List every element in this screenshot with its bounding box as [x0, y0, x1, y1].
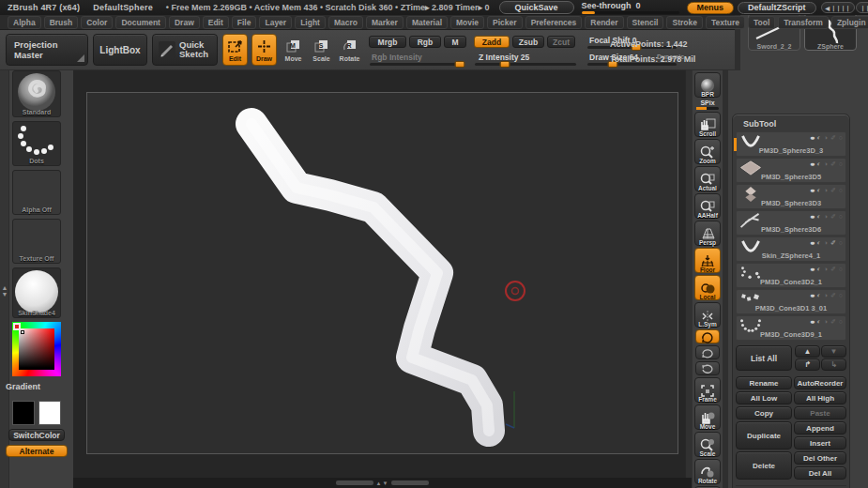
polypaint-brush-icon[interactable]: ✐ — [830, 292, 836, 298]
shelf-rotz-button[interactable] — [695, 361, 720, 375]
subtool-row[interactable]: ●●◐◑✐○PM3D_Sphere3D5 — [736, 158, 846, 183]
rgb-intensity-handle[interactable] — [455, 61, 465, 68]
shelf-rotate-button[interactable]: Rotate — [694, 459, 721, 484]
visibility-eye-icon[interactable]: ●● — [810, 318, 812, 325]
shelf-zoom-button[interactable]: Zoom — [694, 139, 721, 164]
menu-marker[interactable]: Marker — [366, 16, 404, 29]
lightbox-button[interactable]: LightBox — [93, 34, 147, 66]
menu-preferences[interactable]: Preferences — [525, 16, 583, 29]
subtool-shift-down-button[interactable]: ↳ — [821, 358, 846, 371]
solo-icon[interactable]: ◐ — [816, 239, 820, 246]
scroll-left-button[interactable]: ◀ ❘❘❘❘ — [821, 2, 855, 13]
menu-tool[interactable]: Tool — [748, 16, 775, 29]
all-low-button[interactable]: All Low — [736, 391, 792, 404]
scroll-right-button[interactable]: ❘❘❘❘ ▶ — [856, 2, 868, 13]
shelf-roty-button[interactable] — [695, 345, 720, 359]
copy-button[interactable]: Copy — [736, 406, 792, 419]
delete-button[interactable]: Delete — [736, 451, 792, 480]
polypaint-brush-icon[interactable]: ✐ — [830, 239, 836, 246]
shelf-scale-button[interactable]: Scale — [694, 432, 721, 457]
scrollbar-arrows[interactable]: ▲▼ — [376, 480, 389, 486]
spix-slider[interactable] — [696, 107, 719, 110]
z-intensity-handle[interactable] — [500, 61, 510, 68]
menu-layer[interactable]: Layer — [259, 16, 292, 29]
texture-thumbnail[interactable]: Texture Off — [12, 219, 61, 264]
solo-icon[interactable]: ◐ — [816, 292, 820, 298]
half-visible-icon[interactable]: ◑ — [824, 266, 828, 272]
menu-edit[interactable]: Edit — [203, 16, 229, 29]
color-picker[interactable] — [12, 322, 61, 376]
alternate-button[interactable]: Alternate — [6, 445, 68, 457]
subtool-row[interactable]: ●●◐◑✐○PM3D_Cone3D2_1 — [736, 263, 846, 288]
shelf-lsym-button[interactable]: L.Sym — [694, 302, 721, 328]
append-button[interactable]: Append — [794, 421, 846, 435]
solo-icon[interactable]: ◐ — [816, 160, 820, 167]
subtool-row[interactable]: ●●◐◑✐○PM3D_Sphere3D6 — [736, 210, 846, 236]
menu-texture[interactable]: Texture — [706, 16, 745, 29]
rgb-button[interactable]: Rgb — [409, 36, 441, 48]
draw-button[interactable]: Draw — [251, 34, 277, 66]
brush-thumbnail[interactable]: Standard — [12, 70, 61, 117]
zcut-button[interactable]: Zcut — [547, 36, 575, 48]
color-picker-square[interactable] — [19, 328, 54, 370]
subtool-move-down-button[interactable]: ▼ — [821, 345, 846, 358]
menu-picker[interactable]: Picker — [487, 16, 523, 29]
menu-light[interactable]: Light — [295, 16, 326, 29]
shelf-move-button[interactable]: Move — [694, 404, 721, 430]
switch-color-button[interactable]: SwitchColor — [8, 429, 65, 441]
menu-alpha[interactable]: Alpha — [8, 16, 41, 29]
menu-render[interactable]: Render — [585, 16, 623, 29]
visibility-eye-icon[interactable]: ●● — [810, 187, 812, 193]
material-thumbnail[interactable]: SkinShade4 — [12, 267, 61, 318]
subtool-row[interactable]: ●●◐◑✐○PM3D_Sphere3D_3 — [736, 131, 846, 157]
scrollbar-handle-left[interactable] — [336, 480, 373, 485]
visibility-eye-icon[interactable]: ●● — [810, 239, 812, 246]
secondary-color-swatch[interactable] — [38, 401, 61, 425]
menus-button[interactable]: Menus — [687, 2, 735, 14]
uv-circle-icon[interactable]: ○ — [839, 213, 843, 220]
main-color-swatch[interactable] — [12, 401, 35, 425]
menu-transform[interactable]: Transform — [778, 16, 829, 29]
rgb-intensity-slider[interactable] — [370, 63, 464, 66]
projection-master-button[interactable]: Projection Master — [6, 34, 88, 66]
subtool-row[interactable]: ●●◐◑✐○PM3D_Cone3D1 3_01 — [736, 289, 846, 314]
menu-movie[interactable]: Movie — [450, 16, 484, 29]
gradient-label[interactable]: Gradient — [6, 382, 40, 391]
menu-stroke[interactable]: Stroke — [666, 16, 702, 29]
uv-circle-icon[interactable]: ○ — [839, 160, 843, 167]
visibility-eye-icon[interactable]: ●● — [810, 134, 812, 141]
half-visible-icon[interactable]: ◑ — [824, 134, 828, 141]
solo-icon[interactable]: ◐ — [816, 187, 820, 193]
subtool-row[interactable]: ●●◐◑✐○PM3D_Cone3D9_1 — [736, 315, 846, 341]
subtool-row[interactable]: ●●◐◑✐○PM3D_Sphere3D3 — [736, 184, 846, 209]
subtool-header[interactable]: SubTool — [736, 117, 846, 131]
shelf-local-button[interactable]: Local — [694, 275, 721, 300]
shelf-persp-button[interactable]: Persp — [694, 221, 721, 246]
see-through-control[interactable]: See-through 0 — [582, 1, 679, 14]
alpha-thumbnail[interactable]: Alpha Off — [12, 170, 61, 215]
quick-sketch-button[interactable]: Quick Sketch — [152, 34, 218, 66]
rotate-button[interactable]: R Rotate — [337, 34, 362, 66]
shelf-spix-control[interactable]: SPix — [693, 99, 722, 110]
polypaint-brush-icon[interactable]: ✐ — [830, 160, 836, 167]
solo-icon[interactable]: ◐ — [816, 213, 820, 220]
uv-circle-icon[interactable]: ○ — [839, 187, 843, 193]
polypaint-brush-icon[interactable]: ✐ — [830, 187, 836, 193]
insert-button[interactable]: Insert — [794, 436, 846, 450]
shelf-frame-button[interactable]: Frame — [694, 377, 721, 403]
z-intensity-slider[interactable] — [475, 63, 576, 66]
menu-color[interactable]: Color — [81, 16, 113, 29]
shelf-rotxyz-button[interactable] — [695, 329, 720, 343]
shelf-bpr-button[interactable]: BPR — [694, 72, 721, 98]
see-through-slider[interactable] — [582, 11, 679, 14]
stroke-thumbnail[interactable]: Dots — [12, 121, 61, 166]
rename-button[interactable]: Rename — [736, 376, 792, 389]
menu-stencil[interactable]: Stencil — [627, 16, 664, 29]
uv-circle-icon[interactable]: ○ — [839, 134, 843, 141]
shelf-actual-button[interactable]: Actual — [694, 166, 721, 191]
visibility-eye-icon[interactable]: ●● — [810, 292, 812, 298]
shelf-scroll-button[interactable]: Scroll — [694, 112, 721, 137]
solo-icon[interactable]: ◐ — [816, 266, 820, 272]
menu-material[interactable]: Material — [406, 16, 448, 29]
scale-button[interactable]: S Scale — [309, 34, 334, 66]
